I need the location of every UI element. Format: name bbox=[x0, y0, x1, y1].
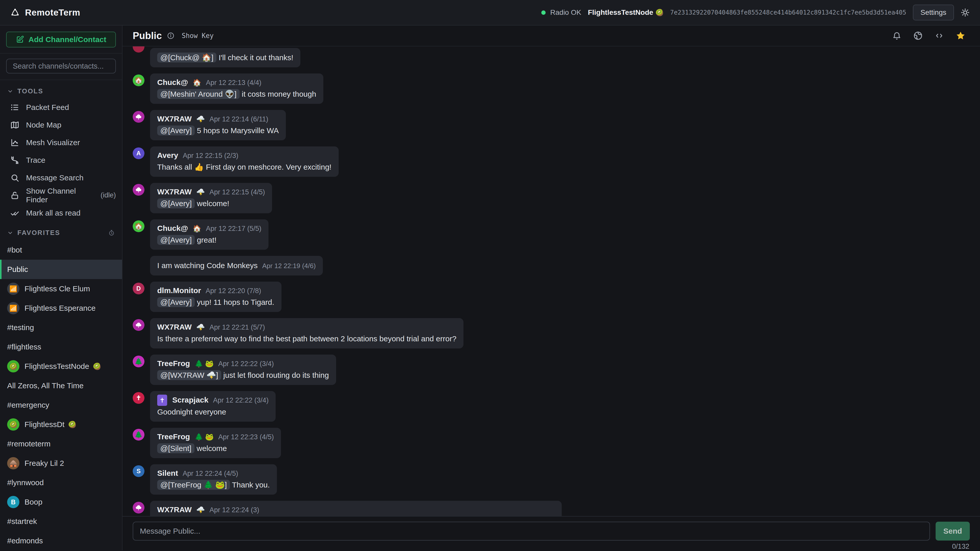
globe-icon[interactable] bbox=[913, 31, 923, 41]
message-row: WX7RAW 🌩️ Apr 12 22:24 (3) @[TreeFrog 🌲 … bbox=[133, 501, 970, 516]
sidebar-item-edmonds[interactable]: #edmonds bbox=[0, 531, 122, 551]
sidebar-item-packet-feed[interactable]: Packet Feed bbox=[0, 99, 122, 116]
message-bubble[interactable]: Chuck@ 🏠 Apr 12 22:13 (4/4) @[Meshin' Ar… bbox=[150, 73, 323, 104]
sidebar-item-flightlesstestnode[interactable]: 🥝 FlightlessTestNode 🥝 bbox=[0, 357, 122, 376]
author-name[interactable]: WX7RAW bbox=[157, 322, 192, 332]
avatar-glyph: S bbox=[137, 468, 141, 475]
sidebar-item-mark-all-read[interactable]: Mark all as read bbox=[0, 204, 122, 222]
node-emoji: 🥝 bbox=[655, 9, 663, 17]
message-bubble[interactable]: Silent Apr 12 22:24 (4/5) @[TreeFrog 🌲 🐸… bbox=[150, 464, 277, 495]
mention-chip[interactable]: @[Avery] bbox=[157, 125, 195, 135]
storm-cloud-glyph bbox=[135, 321, 142, 329]
message-text: Thanks all 👍 First day on meshcore. Very… bbox=[157, 163, 331, 171]
avatar bbox=[133, 319, 145, 331]
mention-chip[interactable]: @[Avery] bbox=[157, 235, 195, 245]
mention-chip[interactable]: @[Chuck@ 🏠] bbox=[157, 52, 216, 62]
message-bubble[interactable]: I am watching Code MonkeysApr 12 22:19 (… bbox=[150, 256, 323, 275]
author-name[interactable]: Scrapjack bbox=[172, 395, 208, 405]
message-bubble[interactable]: ✝ Scrapjack Apr 12 22:22 (3/4) Goodnight… bbox=[150, 391, 275, 422]
theme-toggle-sun-icon[interactable] bbox=[961, 8, 970, 17]
sidebar-item-flightless-esperance[interactable]: 📶 Flightless Esperance bbox=[0, 299, 122, 318]
sort-clock-icon[interactable] bbox=[108, 230, 115, 236]
sidebar-item-trace[interactable]: Trace bbox=[0, 151, 122, 169]
sidebar-item-remoteterm[interactable]: #remoteterm bbox=[0, 434, 122, 454]
message-list[interactable]: @[Chuck@ 🏠] I'll check it out thanks! 🏠 … bbox=[123, 46, 980, 516]
code-brackets-icon[interactable] bbox=[935, 31, 944, 40]
mention-chip[interactable]: @[Avery] bbox=[157, 297, 195, 307]
radio-status-label: Radio OK bbox=[550, 8, 581, 17]
topbar-status-area: Radio OK FlightlessTestNode 🥝 7e23132922… bbox=[541, 5, 970, 21]
author-name[interactable]: dlm.Monitor bbox=[157, 285, 201, 296]
message-bubble[interactable]: Avery Apr 12 22:15 (2/3) Thanks all 👍 Fi… bbox=[150, 146, 339, 177]
sidebar-item-flightless-cle-elum[interactable]: 📶 Flightless Cle Elum bbox=[0, 279, 122, 299]
sidebar-item-node-map[interactable]: Node Map bbox=[0, 116, 122, 134]
info-icon[interactable] bbox=[167, 32, 175, 40]
timestamp: Apr 12 22:20 (7/8) bbox=[206, 286, 261, 296]
sidebar-item-flightlessdt[interactable]: 🥝 FlightlessDt 🥝 bbox=[0, 415, 122, 434]
storm-cloud-glyph bbox=[135, 113, 142, 121]
author-name[interactable]: Avery bbox=[157, 150, 178, 161]
search-input[interactable] bbox=[6, 59, 116, 73]
message-bubble[interactable]: WX7RAW 🌩️ Apr 12 22:24 (3) @[TreeFrog 🌲 … bbox=[150, 501, 562, 516]
message-bubble[interactable]: WX7RAW 🌩️ Apr 12 22:15 (4/5) @[Avery] we… bbox=[150, 183, 272, 213]
author-name[interactable]: WX7RAW bbox=[157, 114, 192, 124]
message-bubble[interactable]: WX7RAW 🌩️ Apr 12 22:21 (5/7) Is there a … bbox=[150, 318, 463, 348]
mention-chip[interactable]: @[Meshin' Around 👽] bbox=[157, 89, 240, 99]
sidebar-item-startrek[interactable]: #startrek bbox=[0, 512, 122, 531]
author-name[interactable]: Silent bbox=[157, 468, 178, 478]
sidebar-item-mesh-visualizer[interactable]: Mesh Visualizer bbox=[0, 134, 122, 151]
message-bubble[interactable]: @[Chuck@ 🏠] I'll check it out thanks! bbox=[150, 48, 301, 67]
sidebar-item-all-zeros[interactable]: All Zeros, All The Time bbox=[0, 376, 122, 395]
show-key-button[interactable]: Show Key bbox=[182, 32, 213, 40]
sidebar-item-lynnwood[interactable]: #lynnwood bbox=[0, 473, 122, 492]
mention-chip[interactable]: @[WX7RAW 🌩️] bbox=[157, 370, 221, 380]
connected-node-name: FlightlessTestNode 🥝 bbox=[588, 8, 663, 17]
author-name[interactable]: Chuck@ bbox=[157, 223, 188, 233]
message-content: @[Chuck@ 🏠] I'll check it out thanks! bbox=[157, 52, 293, 64]
message-bubble[interactable]: WX7RAW 🌩️ Apr 12 22:14 (6/11) @[Avery] 5… bbox=[150, 110, 286, 140]
message-row: A Avery Apr 12 22:15 (2/3) Thanks all 👍 … bbox=[133, 146, 970, 177]
mention-chip[interactable]: @[Avery] bbox=[157, 198, 195, 208]
map-icon bbox=[10, 121, 19, 130]
sidebar-item-flightless[interactable]: #flightless bbox=[0, 337, 122, 357]
author-emoji: 🏠 bbox=[192, 223, 201, 234]
message-bubble[interactable]: TreeFrog 🌲 🐸 Apr 12 22:23 (4/5) @[Silent… bbox=[150, 428, 281, 458]
settings-button[interactable]: Settings bbox=[913, 5, 954, 21]
sidebar-item-message-search[interactable]: Message Search bbox=[0, 169, 122, 186]
message-bubble[interactable]: Chuck@ 🏠 Apr 12 22:17 (5/5) @[Avery] gre… bbox=[150, 219, 269, 250]
author-name[interactable]: TreeFrog bbox=[157, 431, 190, 442]
favorites-section-header[interactable]: FAVORITES bbox=[0, 222, 122, 240]
message-bubble[interactable]: dlm.Monitor Apr 12 22:20 (7/8) @[Avery] … bbox=[150, 282, 282, 312]
message-content: Goodnight everyone bbox=[157, 406, 269, 418]
message-input[interactable] bbox=[133, 522, 930, 540]
tools-section-header[interactable]: TOOLS bbox=[0, 80, 122, 99]
timestamp: Apr 12 22:22 (3/4) bbox=[218, 359, 274, 369]
add-channel-contact-button[interactable]: Add Channel/Contact bbox=[6, 32, 116, 48]
message-bubble[interactable]: TreeFrog 🌲 🐸 Apr 12 22:22 (3/4) @[WX7RAW… bbox=[150, 354, 336, 385]
message-content: @[Avery] great! bbox=[157, 234, 261, 246]
avatar: 🏠 bbox=[133, 221, 145, 232]
cross-badge-icon: ✝ bbox=[157, 395, 167, 406]
mention-chip[interactable]: @[TreeFrog 🌲 🐸] bbox=[157, 480, 230, 490]
send-button[interactable]: Send bbox=[935, 522, 970, 540]
timestamp: Apr 12 22:21 (5/7) bbox=[210, 322, 265, 333]
message-text: welcome! bbox=[195, 199, 229, 208]
message-content: @[Avery] welcome! bbox=[157, 197, 265, 210]
sidebar-item-channel-finder[interactable]: Show Channel Finder (idle) bbox=[0, 186, 122, 204]
avatar-glyph: D bbox=[136, 285, 141, 292]
favorite-star-icon[interactable] bbox=[956, 30, 966, 41]
sidebar-item-testing[interactable]: #testing bbox=[0, 318, 122, 337]
notifications-bell-icon[interactable] bbox=[892, 31, 901, 40]
sidebar-item-bot[interactable]: #bot bbox=[0, 240, 122, 260]
sidebar-item-freaky-lil-2[interactable]: 🛖 Freaky Lil 2 bbox=[0, 454, 122, 473]
author-name[interactable]: WX7RAW bbox=[157, 504, 192, 515]
author-name[interactable]: TreeFrog bbox=[157, 358, 190, 369]
author-emoji: 🏠 bbox=[192, 77, 201, 88]
mention-chip[interactable]: @[Silent] bbox=[157, 443, 194, 453]
sidebar-item-emergency[interactable]: #emergency bbox=[0, 395, 122, 415]
sidebar-item-public[interactable]: Public bbox=[0, 260, 122, 279]
author-name[interactable]: WX7RAW bbox=[157, 186, 192, 197]
message-row: WX7RAW 🌩️ Apr 12 22:14 (6/11) @[Avery] 5… bbox=[133, 110, 970, 140]
sidebar-item-boop[interactable]: B Boop bbox=[0, 492, 122, 512]
author-name[interactable]: Chuck@ bbox=[157, 77, 188, 88]
